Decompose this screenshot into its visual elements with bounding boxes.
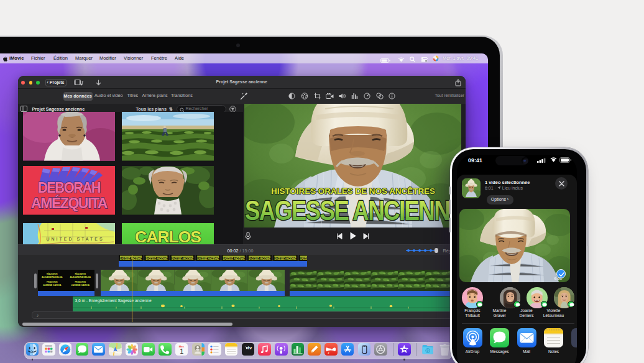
svg-text:DEBORAH: DEBORAH (38, 179, 100, 196)
svg-text:PRODUCTION: PRODUCTION (47, 281, 58, 283)
svg-text:1: 1 (180, 347, 183, 354)
svg-text:AMÉZQUITA: AMÉZQUITA (31, 195, 108, 211)
svg-text:JASMINE GARCIA: JASMINE GARCIA (43, 284, 62, 287)
svg-text:UNITED STATES: UNITED STATES (46, 237, 104, 241)
svg-text:ALEJANDRA DELGA: ALEJANDRA DELGA (42, 276, 63, 278)
svg-text:SAGESSE ANCIENNE: SAGESSE ANCIENNE (120, 257, 142, 260)
svg-text:tv: tv (247, 345, 252, 351)
svg-text:SAGESSE ANCIENNE: SAGESSE ANCIENNE (245, 195, 461, 226)
